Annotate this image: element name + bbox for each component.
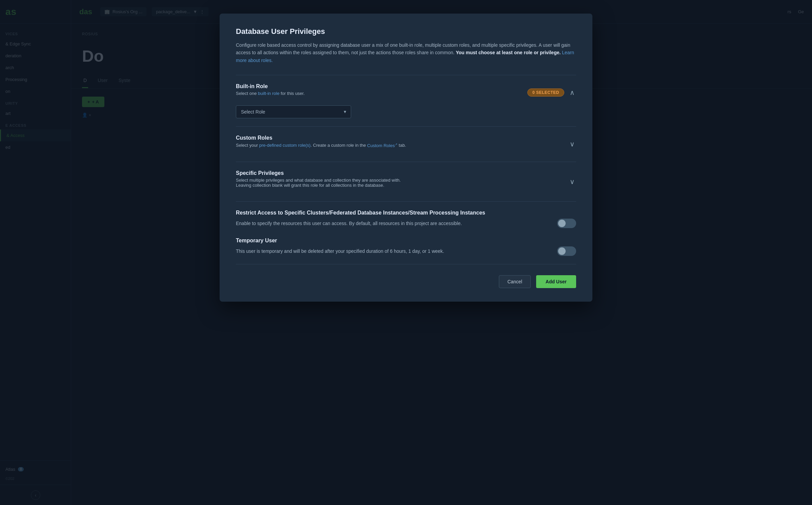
temporary-user-toggle[interactable] (557, 246, 576, 256)
toggle-track (557, 219, 576, 228)
built-in-role-section: Built-in Role Select one built-in role f… (236, 83, 576, 118)
modal-footer: Cancel Add User (236, 264, 576, 288)
custom-roles-subtitle: Select your pre-defined custom role(s). … (236, 142, 406, 148)
role-select-wrapper: Select Role Atlas Admin Read and write t… (236, 105, 351, 118)
built-in-role-subtitle: Select one built-in role for this user. (236, 91, 305, 96)
restrict-access-toggle[interactable] (557, 219, 576, 228)
restrict-access-section: Restrict Access to Specific Clusters/Fed… (236, 210, 576, 228)
restrict-access-title: Restrict Access to Specific Clusters/Fed… (236, 210, 576, 216)
custom-roles-tab-link[interactable]: Custom Roles↗ (367, 143, 398, 148)
divider-1 (236, 75, 576, 75)
custom-roles-header: Custom Roles Select your pre-defined cus… (236, 135, 576, 153)
built-in-role-title: Built-in Role (236, 83, 305, 89)
custom-roles-suffix: . Create a custom role in the (310, 143, 367, 148)
cancel-button[interactable]: Cancel (499, 275, 531, 288)
built-in-role-collapse-button[interactable]: ∧ (568, 87, 576, 98)
subtitle-suffix: for this user. (280, 91, 305, 96)
specific-privileges-header: Specific Privileges Select multiple priv… (236, 170, 576, 193)
built-in-role-header: Built-in Role Select one built-in role f… (236, 83, 576, 101)
custom-roles-collapse-button[interactable]: ∨ (568, 139, 576, 149)
temporary-user-title: Temporary User (236, 238, 576, 244)
divider-2 (236, 126, 576, 127)
custom-roles-subtitle-text: Select your (236, 143, 259, 148)
restrict-access-description: Enable to specify the resources this use… (236, 221, 557, 226)
modal-dialog: Database User Privileges Configure role … (220, 14, 592, 302)
modal-title: Database User Privileges (236, 27, 576, 36)
custom-roles-link[interactable]: pre-defined custom role(s) (259, 143, 311, 148)
external-link-icon: ↗ (395, 142, 398, 146)
temporary-user-description: This user is temporary and will be delet… (236, 248, 557, 254)
built-in-role-link[interactable]: built-in role (258, 91, 280, 96)
custom-roles-suffix2: tab. (398, 143, 406, 148)
specific-privileges-title: Specific Privileges (236, 170, 401, 176)
built-in-role-left: Built-in Role Select one built-in role f… (236, 83, 305, 101)
role-select-dropdown[interactable]: Select Role Atlas Admin Read and write t… (236, 105, 351, 118)
subtitle-text: Select one (236, 91, 258, 96)
temporary-user-body: This user is temporary and will be delet… (236, 246, 576, 256)
specific-privileges-section: Specific Privileges Select multiple priv… (236, 170, 576, 193)
add-user-submit-button[interactable]: Add User (536, 275, 576, 288)
divider-3 (236, 162, 576, 162)
modal-description-bold: You must choose at least one role or pri… (456, 50, 561, 55)
restrict-access-body: Enable to specify the resources this use… (236, 219, 576, 228)
temporary-user-section: Temporary User This user is temporary an… (236, 238, 576, 256)
toggle-track-temp (557, 246, 576, 256)
selected-badge: 0 SELECTED (527, 88, 564, 97)
custom-roles-section: Custom Roles Select your pre-defined cus… (236, 135, 576, 153)
specific-privileges-left: Specific Privileges Select multiple priv… (236, 170, 401, 193)
custom-roles-title: Custom Roles (236, 135, 406, 141)
specific-privileges-subtitle: Select multiple privileges and what data… (236, 178, 401, 188)
custom-roles-left: Custom Roles Select your pre-defined cus… (236, 135, 406, 153)
modal-overlay: Database User Privileges Configure role … (0, 0, 812, 505)
built-in-role-header-right: 0 SELECTED ∧ (527, 87, 576, 98)
specific-privileges-collapse-button[interactable]: ∨ (568, 176, 576, 187)
modal-description: Configure role based access control by a… (236, 41, 576, 64)
divider-4 (236, 201, 576, 202)
custom-roles-link2: Custom Roles (367, 143, 395, 148)
